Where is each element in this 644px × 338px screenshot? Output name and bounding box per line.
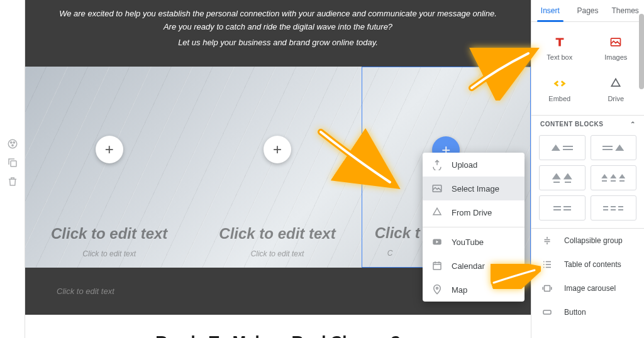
tab-pages[interactable]: Pages — [569, 0, 607, 21]
blocks-grid — [531, 133, 644, 228]
insert-images[interactable]: Images — [588, 27, 645, 68]
column-2[interactable]: + Click to edit text Click to edit text — [193, 67, 361, 268]
block-template-5[interactable] — [539, 195, 586, 221]
left-toolbar — [0, 0, 25, 338]
insert-images-label: Images — [604, 53, 627, 61]
collapsible-icon — [541, 236, 553, 245]
drive-panel-icon — [608, 76, 623, 91]
add-button-col1[interactable]: + — [96, 136, 123, 163]
insert-embed-label: Embed — [548, 95, 570, 102]
cta-section[interactable]: Ready To Make a Real Change? — [25, 315, 531, 338]
block-template-3[interactable] — [539, 165, 586, 190]
image-icon — [431, 183, 443, 194]
insert-drive[interactable]: Drive — [588, 68, 645, 110]
component-toc-label: Table of contents — [564, 260, 621, 269]
block-template-4[interactable] — [591, 165, 637, 190]
carousel-icon — [541, 284, 553, 293]
hero-line2: Let us help your business and brand grow… — [57, 36, 499, 50]
content-blocks-header[interactable]: CONTENT BLOCKS ⌃ — [531, 115, 644, 133]
col1-heading[interactable]: Click to edit text — [51, 225, 167, 243]
popup-from-drive[interactable]: From Drive — [423, 200, 525, 224]
right-panel: Insert Pages Themes Text box Images Embe… — [531, 0, 644, 338]
copy-icon[interactable] — [7, 157, 18, 168]
component-list: Collapsible group Table of contents Imag… — [531, 228, 644, 324]
scrollbar[interactable] — [639, 14, 644, 89]
popup-calendar[interactable]: Calendar — [423, 254, 525, 278]
sidebar-tabs: Insert Pages Themes — [531, 0, 644, 22]
upload-icon — [431, 159, 443, 170]
svg-point-1 — [10, 142, 11, 143]
button-icon — [541, 308, 553, 317]
add-button-col2[interactable]: + — [264, 136, 291, 163]
tab-insert[interactable]: Insert — [531, 0, 569, 21]
column-1[interactable]: + Click to edit text Click to edit text — [25, 67, 193, 268]
svg-point-8 — [436, 287, 438, 289]
hero-line1: We are excited to help you establish the… — [57, 8, 499, 34]
component-carousel-label: Image carousel — [564, 284, 616, 293]
insert-embed[interactable]: Embed — [531, 68, 588, 110]
toc-icon — [541, 260, 553, 269]
textbox-icon — [552, 35, 567, 50]
popup-select-image-label: Select Image — [452, 184, 499, 194]
popup-from-drive-label: From Drive — [452, 208, 492, 217]
popup-upload-label: Upload — [452, 160, 477, 170]
insert-drive-label: Drive — [608, 95, 624, 102]
popup-youtube-label: YouTube — [452, 237, 484, 247]
popup-map-label: Map — [452, 285, 467, 295]
youtube-icon — [431, 236, 443, 248]
canvas: We are excited to help you establish the… — [25, 0, 531, 338]
delete-icon[interactable] — [7, 176, 18, 187]
popup-calendar-label: Calendar — [452, 261, 485, 271]
insert-popup: Upload Select Image From Drive YouTube C… — [423, 153, 525, 302]
map-pin-icon — [431, 284, 443, 295]
footer-text[interactable]: Click to edit text — [57, 286, 114, 296]
calendar-icon — [431, 260, 443, 271]
svg-point-3 — [11, 144, 13, 146]
chevron-up-icon: ⌃ — [630, 121, 636, 128]
popup-youtube[interactable]: YouTube — [423, 230, 525, 254]
cta-heading[interactable]: Ready To Make a Real Change? — [43, 332, 513, 338]
embed-icon — [552, 76, 567, 91]
popup-select-image[interactable]: Select Image — [423, 177, 525, 200]
popup-upload[interactable]: Upload — [423, 153, 525, 177]
svg-point-0 — [8, 139, 17, 148]
hero-section[interactable]: We are excited to help you establish the… — [25, 0, 531, 67]
col3-heading[interactable]: Click t — [375, 224, 420, 242]
drive-icon — [431, 207, 443, 218]
col1-subtext[interactable]: Click to edit text — [82, 249, 136, 258]
block-template-6[interactable] — [591, 195, 637, 221]
col2-heading[interactable]: Click to edit text — [219, 225, 335, 243]
block-template-1[interactable] — [539, 135, 586, 160]
component-button-label: Button — [564, 308, 586, 317]
component-button[interactable]: Button — [531, 300, 644, 324]
palette-icon[interactable] — [7, 138, 18, 150]
content-blocks-title: CONTENT BLOCKS — [540, 121, 603, 128]
popup-map[interactable]: Map — [423, 278, 525, 302]
svg-rect-11 — [543, 310, 551, 314]
col3-subtext[interactable]: C — [387, 249, 393, 258]
component-toc[interactable]: Table of contents — [531, 253, 644, 276]
svg-rect-10 — [545, 286, 550, 292]
images-icon — [608, 35, 623, 50]
insert-textbox-label: Text box — [547, 53, 572, 61]
block-template-2[interactable] — [591, 135, 637, 160]
svg-point-2 — [13, 142, 14, 143]
component-collapsible[interactable]: Collapsible group — [531, 229, 644, 253]
svg-rect-7 — [433, 263, 441, 270]
component-collapsible-label: Collapsible group — [564, 236, 623, 245]
component-carousel[interactable]: Image carousel — [531, 276, 644, 300]
insert-textbox[interactable]: Text box — [531, 27, 588, 68]
insert-grid: Text box Images Embed Drive — [531, 22, 644, 115]
col2-subtext[interactable]: Click to edit text — [251, 249, 304, 258]
popup-separator — [423, 227, 525, 227]
svg-rect-4 — [11, 161, 16, 166]
